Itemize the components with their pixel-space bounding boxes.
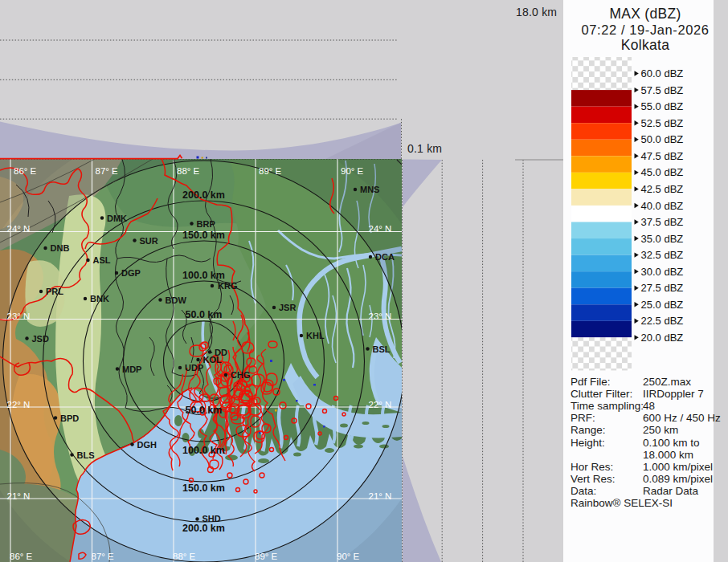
svg-text:JSR: JSR (279, 303, 296, 312)
svg-text:22° N: 22° N (7, 400, 31, 409)
svg-text:Rainbow® SELEX-SI: Rainbow® SELEX-SI (571, 497, 673, 509)
svg-text:21° N: 21° N (369, 491, 392, 501)
svg-text:88° E: 88° E (177, 166, 200, 176)
svg-text:Clutter Filter:: Clutter Filter: (571, 388, 632, 400)
svg-text:200.0 km: 200.0 km (182, 189, 225, 201)
svg-text:200.0 km: 200.0 km (182, 523, 225, 534)
svg-text:37.5 dBZ: 37.5 dBZ (641, 216, 684, 228)
svg-text:1.000 km/pixel: 1.000 km/pixel (643, 461, 713, 473)
svg-text:100.0 km: 100.0 km (182, 445, 225, 456)
svg-text:DMK: DMK (107, 214, 127, 223)
svg-text:50.0 km: 50.0 km (186, 309, 223, 320)
svg-text:20.0 dBZ: 20.0 dBZ (641, 332, 684, 344)
svg-text:KHL: KHL (306, 331, 325, 340)
svg-text:Vert Res:: Vert Res: (571, 473, 616, 485)
svg-text:BPD: BPD (60, 413, 79, 423)
svg-text:89° E: 89° E (259, 166, 282, 176)
svg-text:0.100 km to: 0.100 km to (643, 437, 700, 449)
svg-text:PRL: PRL (46, 287, 63, 296)
svg-text:57.5 dBZ: 57.5 dBZ (641, 84, 684, 96)
svg-text:DCA: DCA (375, 252, 395, 262)
svg-text:18.000 km: 18.000 km (643, 449, 693, 461)
svg-text:22.5 dBZ: 22.5 dBZ (641, 315, 684, 327)
svg-text:35.0 dBZ: 35.0 dBZ (641, 233, 684, 245)
svg-text:CHG: CHG (231, 370, 250, 380)
svg-text:32.5 dBZ: 32.5 dBZ (641, 249, 684, 261)
svg-text:BDW: BDW (166, 295, 187, 305)
svg-text:Pdf File:: Pdf File: (571, 376, 611, 388)
svg-text:Data:: Data: (571, 485, 596, 497)
svg-text:0.089 km/pixel: 0.089 km/pixel (643, 473, 713, 485)
svg-text:89° E: 89° E (255, 552, 278, 561)
svg-text:48: 48 (643, 400, 655, 412)
svg-text:Height:: Height: (571, 437, 605, 449)
svg-text:0.1 km: 0.1 km (407, 142, 442, 155)
svg-text:DGP: DGP (121, 268, 141, 278)
svg-text:Kolkata: Kolkata (621, 37, 669, 53)
svg-text:BLS: BLS (77, 450, 95, 460)
svg-text:BRP: BRP (197, 219, 215, 229)
svg-text:250 km: 250 km (643, 424, 678, 436)
svg-text:IIRDoppler 7: IIRDoppler 7 (643, 388, 704, 400)
svg-text:40.0 dBZ: 40.0 dBZ (641, 200, 684, 212)
svg-text:24° N: 24° N (7, 224, 31, 234)
svg-text:UDP: UDP (185, 363, 203, 373)
svg-text:50.0 km: 50.0 km (186, 405, 223, 416)
svg-text:PRF:: PRF: (571, 412, 595, 424)
svg-text:Radar Data: Radar Data (643, 485, 699, 497)
svg-text:90° E: 90° E (341, 166, 364, 176)
svg-text:50.0 dBZ: 50.0 dBZ (641, 133, 684, 145)
svg-text:07:22 / 19-Jan-2026: 07:22 / 19-Jan-2026 (581, 22, 709, 37)
svg-text:150.0 km: 150.0 km (182, 483, 225, 494)
svg-text:Range:: Range: (571, 424, 606, 436)
svg-text:42.5 dBZ: 42.5 dBZ (641, 183, 684, 195)
svg-text:88° E: 88° E (173, 552, 196, 561)
svg-text:KRG: KRG (218, 281, 237, 291)
svg-text:MNS: MNS (360, 185, 379, 194)
svg-text:23° N: 23° N (7, 312, 31, 321)
svg-text:45.0 dBZ: 45.0 dBZ (641, 166, 684, 178)
svg-text:24° N: 24° N (369, 224, 392, 234)
svg-text:27.5 dBZ: 27.5 dBZ (641, 282, 684, 294)
svg-text:90° E: 90° E (337, 552, 360, 561)
svg-text:23° N: 23° N (369, 312, 392, 321)
svg-text:86° E: 86° E (14, 166, 37, 176)
svg-text:47.5 dBZ: 47.5 dBZ (641, 150, 684, 162)
svg-text:KOL: KOL (203, 355, 223, 364)
svg-text:250Z.max: 250Z.max (643, 376, 691, 388)
svg-text:JSD: JSD (32, 334, 49, 344)
svg-text:SUR: SUR (140, 236, 158, 246)
svg-text:55.0 dBZ: 55.0 dBZ (641, 100, 684, 112)
svg-text:Hor Res:: Hor Res: (571, 461, 613, 473)
svg-text:DNB: DNB (51, 243, 70, 253)
svg-text:BSL: BSL (373, 344, 391, 354)
svg-text:DGH: DGH (137, 440, 157, 450)
svg-text:87° E: 87° E (92, 552, 115, 561)
svg-text:Time sampling:: Time sampling: (571, 400, 644, 412)
svg-text:87° E: 87° E (96, 166, 119, 176)
svg-text:SHD: SHD (202, 514, 221, 523)
svg-text:MDP: MDP (122, 364, 141, 374)
svg-text:21° N: 21° N (7, 491, 31, 501)
svg-text:22° N: 22° N (369, 400, 392, 409)
svg-text:BNK: BNK (90, 294, 109, 303)
svg-text:30.0 dBZ: 30.0 dBZ (641, 266, 684, 278)
svg-text:MAX (dBZ): MAX (dBZ) (609, 6, 681, 22)
svg-text:86° E: 86° E (10, 552, 33, 561)
svg-text:ASL: ASL (93, 255, 111, 265)
svg-text:18.0 km: 18.0 km (516, 6, 557, 18)
svg-text:60.0 dBZ: 60.0 dBZ (641, 67, 684, 79)
svg-text:150.0 km: 150.0 km (182, 230, 225, 241)
svg-text:52.5 dBZ: 52.5 dBZ (641, 117, 684, 129)
svg-text:600 Hz / 450 Hz: 600 Hz / 450 Hz (643, 412, 721, 424)
svg-text:100.0 km: 100.0 km (182, 270, 225, 281)
svg-text:25.0 dBZ: 25.0 dBZ (641, 299, 684, 311)
